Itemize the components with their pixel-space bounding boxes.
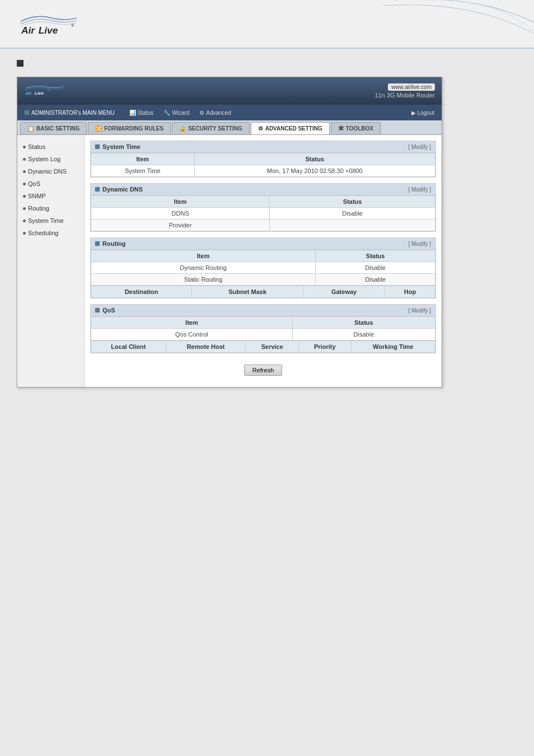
qos-col-working: Working Time: [351, 341, 435, 353]
nav-status-label: Status: [138, 110, 153, 116]
tab-basic[interactable]: 📋 BASIC SETTING: [20, 122, 87, 134]
routing-dynamic-item: Dynamic Routing: [91, 262, 316, 274]
router-frame: Air Live ® www.airlive.com 11n 3G Mobile…: [17, 77, 442, 388]
qos-col-item: Item: [91, 317, 293, 329]
main-panel: System Time [ Modify ] Item Status: [85, 135, 442, 387]
routing-section: Routing [ Modify ] Item Status: [90, 237, 436, 298]
main-nav: ADMINISTRATOR's MAIN MENU 📊 Status 🔧 Wiz…: [17, 105, 442, 120]
refresh-row: Refresh: [90, 359, 436, 381]
system-time-modify[interactable]: [ Modify ]: [408, 144, 431, 150]
system-time-section: System Time [ Modify ] Item Status: [90, 141, 436, 178]
forwarding-icon: 🔀: [95, 125, 102, 132]
nav-items: 📊 Status 🔧 Wizard ⚙ Advanced: [119, 108, 407, 118]
nav-advanced[interactable]: ⚙ Advanced: [195, 108, 235, 118]
svg-text:®: ®: [48, 90, 50, 92]
routing-col-gateway: Gateway: [303, 286, 385, 298]
bullet-icon: [23, 183, 26, 185]
bullet-icon: [23, 195, 26, 198]
refresh-button[interactable]: Refresh: [244, 365, 283, 376]
section-title-icon: [95, 187, 100, 192]
tab-toolbox[interactable]: 🛠 TOOLBOX: [331, 122, 381, 134]
tab-bar: 📋 BASIC SETTING 🔀 FORWARDING RULES 🔒 SEC…: [17, 120, 442, 135]
sidebar-snmp-label: SNMP: [28, 193, 46, 199]
airlive-logo: Air Live ®: [17, 8, 84, 42]
main-content: Air Live ® www.airlive.com 11n 3G Mobile…: [0, 49, 534, 399]
section-title-icon: [95, 308, 100, 312]
qos-col-priority: Priority: [299, 341, 351, 353]
routing-dynamic-status: Disable: [316, 262, 435, 274]
sidebar-qos-label: QoS: [28, 180, 40, 187]
wizard-icon: 🔧: [163, 110, 170, 116]
router-brand-right: www.airlive.com 11n 3G Mobile Router: [374, 84, 435, 99]
tab-basic-label: BASIC SETTING: [36, 125, 79, 132]
top-bar: Air Live ®: [0, 0, 534, 49]
dynamic-dns-section: Dynamic DNS [ Modify ] Item Status: [90, 183, 436, 232]
svg-text:Live: Live: [39, 25, 58, 36]
status-icon: 📊: [129, 110, 136, 116]
routing-header: Routing [ Modify ]: [91, 238, 435, 250]
sidebar-systime-label: System Time: [28, 217, 64, 224]
sidebar-status-label: Status: [28, 143, 45, 150]
routing-col-item: Item: [91, 250, 316, 262]
sidebar-item-snmp[interactable]: SNMP: [17, 190, 84, 202]
sidebar-item-system-time[interactable]: System Time: [17, 214, 84, 227]
tab-advanced[interactable]: ⚙ ADVANCED SETTING: [251, 122, 330, 134]
qos-control-status: Disable: [292, 329, 435, 340]
table-row: DDNS Disable: [91, 208, 435, 220]
dynamic-dns-modify[interactable]: [ Modify ]: [408, 186, 431, 193]
sidebar-item-dynamic-dns[interactable]: Dynamic DNS: [17, 165, 84, 178]
sidebar-item-scheduling[interactable]: Scheduling: [17, 227, 84, 239]
ddns-status-provider: [270, 220, 435, 231]
bullet-icon: [23, 170, 26, 173]
table-row: Qos Control Disable: [91, 329, 435, 340]
sidebar-scheduling-label: Scheduling: [28, 230, 58, 236]
routing-col-status: Status: [316, 250, 435, 262]
top-decoration: [338, 0, 534, 45]
logout-button[interactable]: ▶ Logout: [407, 108, 439, 118]
table-row: Dynamic Routing Disable: [91, 262, 435, 274]
tab-security-label: SECURITY SETTING: [188, 125, 242, 132]
routing-table-main: Item Status Dynamic Routing Disable Stat…: [91, 250, 435, 286]
bullet-icon: [23, 146, 26, 148]
bullet-icon: [23, 232, 26, 235]
sidebar-item-routing[interactable]: Routing: [17, 202, 84, 214]
qos-header: QoS [ Modify ]: [91, 305, 435, 316]
routing-table-sub: Destination Subnet Mask Gateway Hop: [91, 286, 435, 298]
router-header: Air Live ® www.airlive.com 11n 3G Mobile…: [17, 77, 442, 105]
svg-text:®: ®: [71, 24, 74, 27]
sidebar-ddns-label: Dynamic DNS: [28, 168, 67, 175]
sidebar-syslog-label: System Log: [28, 156, 60, 162]
basic-icon: 📋: [27, 125, 34, 132]
qos-modify[interactable]: [ Modify ]: [408, 307, 431, 314]
sidebar-item-qos[interactable]: QoS: [17, 178, 84, 190]
table-row: System Time Mon, 17 May 2010 02:58:30 +0…: [91, 165, 435, 177]
qos-control-item: Qos Control: [91, 329, 293, 340]
tab-forwarding[interactable]: 🔀 FORWARDING RULES: [88, 122, 171, 134]
security-icon: 🔒: [179, 125, 186, 132]
nav-wizard[interactable]: 🔧 Wizard: [159, 108, 194, 118]
ddns-col-status: Status: [270, 196, 435, 208]
nav-status[interactable]: 📊 Status: [125, 108, 158, 118]
system-time-title: System Time: [95, 143, 140, 150]
ddns-status-ddns: Disable: [270, 208, 435, 220]
routing-title: Routing: [95, 240, 126, 247]
bullet-icon: [23, 220, 26, 222]
ddns-col-item: Item: [91, 196, 270, 208]
sidebar-item-status[interactable]: Status: [17, 141, 84, 153]
qos-table-main: Item Status Qos Control Disable: [91, 316, 435, 340]
system-time-col-status: Status: [194, 153, 435, 165]
router-logo-small: Air Live ®: [24, 82, 74, 100]
section-title-icon: [95, 144, 100, 149]
system-time-title-label: System Time: [102, 143, 140, 150]
sidebar-item-system-log[interactable]: System Log: [17, 153, 84, 165]
routing-col-subnet: Subnet Mask: [192, 286, 303, 298]
tab-security[interactable]: 🔒 SECURITY SETTING: [172, 122, 250, 134]
adv-setting-icon: ⚙: [258, 125, 263, 132]
section-title-icon: [95, 241, 100, 246]
bullet-icon: [23, 158, 26, 161]
advanced-icon: ⚙: [199, 110, 204, 116]
svg-text:Air: Air: [21, 25, 35, 36]
routing-modify[interactable]: [ Modify ]: [408, 241, 431, 247]
dynamic-dns-header: Dynamic DNS [ Modify ]: [91, 184, 435, 195]
sidebar: Status System Log Dynamic DNS QoS SNMP: [17, 135, 85, 387]
